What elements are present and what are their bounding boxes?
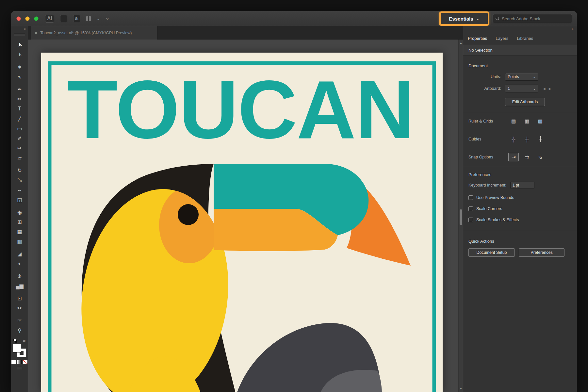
search-input[interactable] xyxy=(502,16,569,21)
preferences-section-heading: Preferences xyxy=(468,172,572,177)
poster-artboard: TOUCAN xyxy=(41,53,443,392)
scrollbar-thumb[interactable] xyxy=(460,209,462,225)
gradient-tool[interactable]: ▧ xyxy=(11,237,28,246)
snap-options-row: Snap Options ⇥ ⇉ ⇘ xyxy=(463,148,577,166)
shaper-tool[interactable]: ✏ xyxy=(11,143,28,153)
type-tool[interactable]: T xyxy=(11,104,28,114)
swap-fill-stroke-icon[interactable]: ⇄ xyxy=(23,339,25,343)
preferences-button[interactable]: Preferences xyxy=(519,248,564,257)
scroll-down-icon[interactable]: ▼ xyxy=(459,386,463,391)
color-controls: ⇄ xyxy=(11,338,28,378)
tools-grip[interactable] xyxy=(14,33,25,36)
width-tool[interactable]: ↔ xyxy=(11,185,28,195)
poster-title: TOUCAN xyxy=(67,64,414,155)
adobe-stock-search[interactable] xyxy=(493,14,572,23)
tab-layers[interactable]: Layers xyxy=(496,36,508,41)
scale-strokes-effects-checkbox[interactable] xyxy=(468,218,473,222)
keyboard-increment-input[interactable] xyxy=(510,182,534,189)
properties-panel: » Properties Layers Libraries No Selecti… xyxy=(463,26,577,392)
snap-to-point-icon[interactable]: ⇥ xyxy=(508,153,519,161)
minimize-window-button[interactable] xyxy=(25,17,30,21)
canvas-vertical-scrollbar[interactable]: ▲ ▼ xyxy=(458,40,463,392)
transparency-grid-icon[interactable]: ▩ xyxy=(535,117,546,125)
units-dropdown[interactable]: Points ⌄ xyxy=(505,73,538,81)
divider xyxy=(463,166,577,166)
magic-wand-tool[interactable]: ✶ xyxy=(11,62,28,72)
workspace-switcher[interactable]: Essentials ⌄ xyxy=(439,11,489,26)
quick-actions-heading: Quick Actions xyxy=(468,239,572,244)
rectangle-tool[interactable]: ▭ xyxy=(11,123,28,133)
keyboard-increment-label: Keyboard Increment: xyxy=(468,183,506,188)
search-icon xyxy=(496,17,499,21)
artboard-value: 1 xyxy=(508,86,510,91)
units-value: Points xyxy=(508,74,519,79)
line-segment-tool[interactable]: ╱ xyxy=(11,114,28,123)
traffic-lights xyxy=(16,16,40,21)
tab-libraries[interactable]: Libraries xyxy=(517,36,533,41)
snap-to-pixel-icon[interactable]: ⇘ xyxy=(535,153,546,161)
scale-tool[interactable]: ⤡ xyxy=(11,175,28,185)
zoom-window-button[interactable] xyxy=(34,17,39,21)
toucan-poster-artwork: TOUCAN xyxy=(41,53,443,392)
blend-tool[interactable]: ◐ xyxy=(11,259,28,269)
use-preview-bounds-label: Use Preview Bounds xyxy=(476,195,514,200)
tab-properties[interactable]: Properties xyxy=(468,36,487,41)
eyedropper-tool[interactable]: ◢ xyxy=(11,249,28,259)
artboard-label: Artboard: xyxy=(468,86,505,91)
lasso-tool[interactable]: ∿ xyxy=(11,72,28,82)
document-setup-button[interactable]: Document Setup xyxy=(468,248,515,257)
adobe-stock-icon[interactable]: St xyxy=(73,15,80,22)
mesh-tool[interactable]: ▦ xyxy=(11,227,28,237)
gradient-mode-button[interactable] xyxy=(17,360,22,364)
toucan-eye xyxy=(178,204,199,225)
units-label: Units: xyxy=(468,74,505,79)
column-graph-tool[interactable]: ▄▆ xyxy=(11,281,28,291)
arrange-documents-chevron-icon[interactable]: ⌄ xyxy=(97,17,100,21)
previous-artboard-icon[interactable]: ◀ xyxy=(543,87,546,90)
paintbrush-tool[interactable]: ✐ xyxy=(11,133,28,143)
close-window-button[interactable] xyxy=(17,17,21,21)
smart-guides-icon[interactable]: ╂ xyxy=(535,135,546,143)
hand-tool[interactable]: ☞ xyxy=(11,316,28,325)
canvas-area[interactable]: TOUCAN ▲ ▼ xyxy=(28,40,463,392)
lock-guides-icon[interactable]: ╪ xyxy=(522,135,532,143)
symbol-sprayer-tool[interactable]: ❋ xyxy=(11,271,28,281)
perspective-grid-tool[interactable]: ⊞ xyxy=(11,217,28,227)
close-document-icon[interactable]: × xyxy=(35,30,37,36)
snap-options-label: Snap Options xyxy=(468,155,508,159)
collapse-panel-icon[interactable]: » xyxy=(463,26,577,32)
free-transform-tool[interactable]: ◱ xyxy=(11,195,28,204)
artboard-dropdown[interactable]: 1 ⌄ xyxy=(505,85,538,92)
default-fill-stroke-icon[interactable] xyxy=(13,339,17,343)
bridge-icon[interactable] xyxy=(60,15,67,22)
chevron-down-icon: ⌄ xyxy=(476,16,480,21)
document-tab-label: Toucan2_asset.ai* @ 150% (CMYK/GPU Previ… xyxy=(40,31,132,35)
edit-artboards-button[interactable]: Edit Artboards xyxy=(505,98,545,106)
collapse-tools-icon[interactable]: » xyxy=(11,26,28,32)
color-mode-button[interactable] xyxy=(11,360,16,364)
rotate-tool[interactable]: ↻ xyxy=(11,165,28,175)
scale-strokes-effects-label: Scale Strokes & Effects xyxy=(476,218,519,222)
slice-tool[interactable]: ✂ xyxy=(11,303,28,313)
puppet-warp-tool[interactable]: ◉ xyxy=(11,207,28,217)
ruler-icon[interactable]: ▤ xyxy=(508,117,519,125)
chevron-down-icon: ⌄ xyxy=(533,87,536,90)
share-icon[interactable]: ➢ xyxy=(104,15,111,22)
zoom-tool[interactable]: ⚲ xyxy=(11,325,28,335)
snap-to-grid-icon[interactable]: ⇉ xyxy=(522,153,532,161)
grid-icon[interactable]: ▦ xyxy=(522,117,532,125)
draw-mode-button[interactable] xyxy=(17,367,22,369)
fill-color-swatch[interactable] xyxy=(13,344,21,352)
guides-icon[interactable]: ╬ xyxy=(508,135,519,143)
artboard-tool[interactable]: ⊡ xyxy=(11,293,28,303)
document-tab[interactable]: × Toucan2_asset.ai* @ 150% (CMYK/GPU Pre… xyxy=(31,26,157,40)
curvature-tool[interactable]: ✑ xyxy=(11,94,28,104)
eraser-tool[interactable]: ▱ xyxy=(11,153,28,163)
next-artboard-icon[interactable]: ▶ xyxy=(549,87,551,90)
scroll-up-icon[interactable]: ▲ xyxy=(459,40,463,45)
scale-corners-checkbox[interactable] xyxy=(468,206,473,211)
arrange-documents-icon[interactable] xyxy=(86,16,91,21)
none-mode-button[interactable] xyxy=(23,360,28,364)
use-preview-bounds-checkbox[interactable] xyxy=(468,195,473,200)
pen-tool[interactable]: ✒ xyxy=(11,84,28,94)
